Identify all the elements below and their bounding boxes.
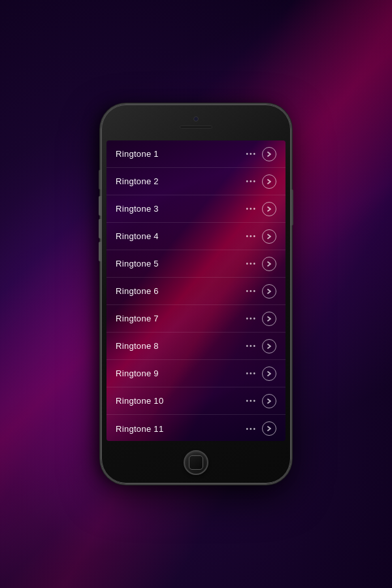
- ringtone-item-10[interactable]: Ringtone 10•••: [106, 387, 286, 415]
- ringtone-item-7[interactable]: Ringtone 7•••: [106, 305, 286, 333]
- ringtone-arrow-10[interactable]: [262, 394, 276, 408]
- ringtone-dots-9: •••: [246, 370, 257, 377]
- ringtone-arrow-2[interactable]: [262, 174, 276, 189]
- ringtone-arrow-1[interactable]: [262, 147, 276, 161]
- phone-screen: Ringtone 1•••Ringtone 2•••Ringtone 3•••R…: [106, 140, 286, 441]
- ringtone-item-11[interactable]: Ringtone 11•••: [106, 415, 286, 441]
- ringtone-item-1[interactable]: Ringtone 1•••: [106, 140, 286, 168]
- ringtone-list: Ringtone 1•••Ringtone 2•••Ringtone 3•••R…: [106, 140, 286, 441]
- ringtone-item-5[interactable]: Ringtone 5•••: [106, 250, 286, 278]
- ringtone-dots-2: •••: [246, 178, 257, 185]
- ringtone-arrow-5[interactable]: [262, 257, 276, 271]
- home-button-inner: [189, 455, 203, 470]
- phone-bottom: [101, 441, 291, 483]
- ringtone-item-6[interactable]: Ringtone 6•••: [106, 278, 286, 305]
- ringtone-arrow-4[interactable]: [262, 229, 276, 244]
- phone-device: Ringtone 1•••Ringtone 2•••Ringtone 3•••R…: [101, 105, 291, 483]
- ringtone-dots-1: •••: [246, 150, 257, 157]
- ringtone-label-8: Ringtone 8: [116, 341, 246, 351]
- ringtone-dots-3: •••: [246, 205, 257, 212]
- ringtone-dots-10: •••: [246, 397, 257, 404]
- ringtone-item-4[interactable]: Ringtone 4•••: [106, 223, 286, 250]
- ringtone-arrow-7[interactable]: [262, 312, 276, 326]
- ringtone-label-2: Ringtone 2: [116, 176, 246, 186]
- ringtone-arrow-9[interactable]: [262, 367, 276, 381]
- ringtone-label-6: Ringtone 6: [116, 286, 246, 296]
- ringtone-arrow-8[interactable]: [262, 339, 276, 353]
- ringtone-arrow-11[interactable]: [262, 421, 276, 436]
- ringtone-label-7: Ringtone 7: [116, 314, 246, 323]
- ringtone-dots-11: •••: [246, 425, 257, 433]
- home-button[interactable]: [184, 450, 208, 475]
- ringtone-dots-6: •••: [246, 287, 257, 295]
- ringtone-dots-8: •••: [246, 342, 257, 350]
- ringtone-label-3: Ringtone 3: [116, 204, 246, 214]
- ringtone-label-11: Ringtone 11: [116, 424, 246, 434]
- ringtone-dots-4: •••: [246, 233, 257, 240]
- phone-top-bar: [101, 105, 291, 140]
- ringtone-label-5: Ringtone 5: [116, 259, 246, 269]
- ringtone-label-10: Ringtone 10: [116, 396, 246, 406]
- ringtone-label-9: Ringtone 9: [116, 368, 246, 378]
- ringtone-item-2[interactable]: Ringtone 2•••: [106, 168, 286, 195]
- ringtone-item-8[interactable]: Ringtone 8•••: [106, 333, 286, 360]
- ringtone-label-1: Ringtone 1: [116, 149, 246, 159]
- ringtone-arrow-3[interactable]: [262, 202, 276, 216]
- ringtone-label-4: Ringtone 4: [116, 231, 246, 241]
- ringtone-dots-7: •••: [246, 315, 257, 322]
- ringtone-item-9[interactable]: Ringtone 9•••: [106, 360, 286, 387]
- ringtone-arrow-6[interactable]: [262, 284, 276, 299]
- phone-speaker: [180, 125, 212, 129]
- ringtone-dots-5: •••: [246, 260, 257, 267]
- phone-camera: [193, 116, 199, 122]
- ringtone-item-3[interactable]: Ringtone 3•••: [106, 195, 286, 223]
